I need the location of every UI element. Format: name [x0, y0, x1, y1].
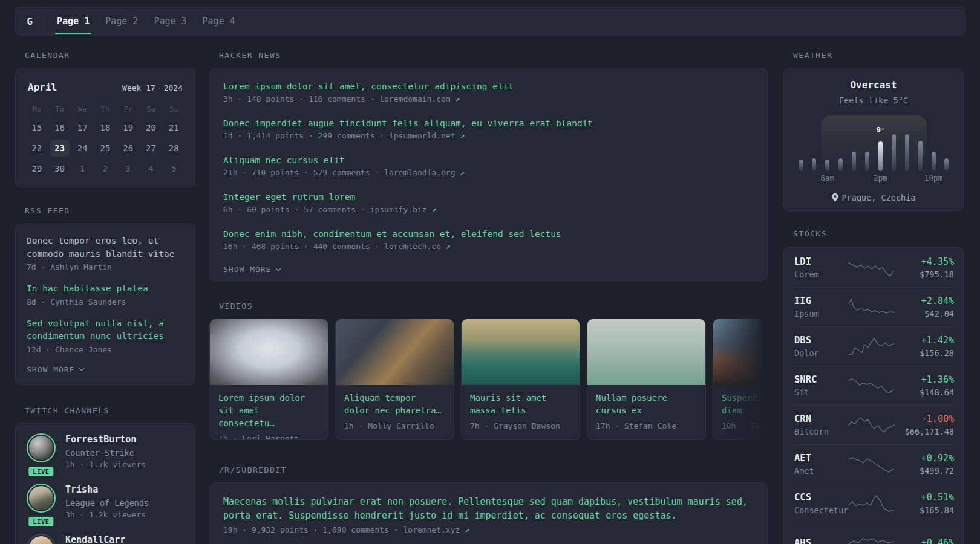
stock-row[interactable]: AETAmet+0.92%$499.72 [794, 444, 953, 484]
weather-time-labels: 6am2pm10pm [795, 173, 952, 184]
hn-item-meta: 16h · 468 points · 440 comments · loremt… [223, 241, 754, 252]
video-thumbnail [462, 319, 580, 385]
stock-name: Sit [794, 387, 848, 398]
dot-separator: · [157, 83, 162, 92]
rss-card: Donec tempor eros leo, ut commodo mauris… [15, 224, 195, 385]
show-more-button[interactable]: SHOW MORE [27, 365, 184, 374]
nav-tab-page-4[interactable]: Page 4 [203, 8, 235, 34]
avatar-wrapper: LIVE [27, 484, 56, 520]
twitch-channel[interactable]: LIVEForrestBurtonCounter-Strike1h · 1.7k… [27, 433, 184, 470]
video-meta: 1h · Lori Barnett [218, 434, 319, 440]
stock-price: $499.72 [896, 465, 954, 476]
stock-values: +0.46% [896, 537, 954, 544]
day-number: 21 [164, 119, 183, 136]
live-badge: LIVE [27, 515, 55, 528]
stock-row[interactable]: CCSConsectetur+0.51%$165.84 [794, 484, 953, 523]
stock-row[interactable]: AHS+0.46% [794, 523, 953, 544]
channel-name[interactable]: KendallCarr [65, 534, 125, 544]
time-label: 10pm [924, 173, 942, 183]
external-link-icon: ↗ [446, 242, 451, 251]
stock-sparkline [848, 297, 896, 317]
stock-change: +0.51% [896, 491, 954, 504]
nav-tab-page-2[interactable]: Page 2 [105, 8, 138, 34]
video-meta: 18h · Tara [722, 421, 768, 430]
navbar: G Page 1Page 2Page 3Page 4 [15, 7, 965, 35]
stock-symbol: IIG [794, 295, 848, 307]
rss-item-meta: 7d · Ashlyn Martin [27, 262, 184, 273]
video-card[interactable]: Suspendisse diam18h · Tara [713, 319, 768, 440]
stock-name: Bitcorn [794, 426, 848, 437]
stock-values: +4.35%$795.18 [896, 256, 954, 280]
show-more-button[interactable]: SHOW MORE [223, 265, 754, 274]
stock-price: $42.04 [896, 308, 954, 319]
avatar [27, 433, 56, 462]
stock-symbol: AET [794, 452, 848, 464]
stock-name: Consectetur [794, 505, 848, 516]
twitch-channel[interactable]: KendallCarr [27, 534, 184, 544]
video-title[interactable]: Mauris sit amet massa felis [470, 392, 571, 417]
video-thumbnail [210, 319, 328, 385]
day-number: 18 [96, 119, 115, 136]
stock-price: $795.18 [896, 269, 954, 280]
nav-tab-page-3[interactable]: Page 3 [154, 8, 186, 34]
day-number: 23 [50, 140, 70, 157]
stock-row[interactable]: IIGIpsum+2.84%$42.04 [794, 287, 953, 326]
day-number: 16 [50, 119, 70, 136]
weather-bar [812, 158, 816, 171]
video-card[interactable]: Nullam posuere cursus ex17h · Stefan Col… [587, 319, 706, 440]
stock-row[interactable]: SNRCSit+1.36%$148.64 [794, 366, 953, 405]
video-title[interactable]: Aliquam tempor dolor nec pharetra… [344, 392, 445, 417]
channel-name[interactable]: ForrestBurton [65, 433, 146, 445]
weekday-label: Tu [48, 102, 71, 117]
hn-item-title[interactable]: Donec enim nibh, condimentum et accumsan… [223, 228, 754, 241]
section-title-videos: VIDEOS [219, 302, 253, 312]
stock-id: IIGIpsum [794, 295, 848, 319]
location-pin-icon [832, 193, 838, 202]
reddit-post-title[interactable]: Maecenas mollis pulvinar erat non posuer… [223, 495, 754, 523]
weather-bar [799, 160, 803, 171]
stock-change: +0.92% [896, 452, 954, 464]
stock-values: +2.84%$42.04 [896, 295, 954, 319]
video-card[interactable]: Aliquam tempor dolor nec pharetra…1h · M… [335, 319, 454, 440]
stock-change: +2.84% [896, 295, 954, 307]
twitch-channel[interactable]: LIVETrishaLeague of Legends3h · 1.2k vie… [27, 484, 184, 520]
stock-row[interactable]: DBSDolor+1.42%$156.28 [794, 326, 953, 366]
video-card[interactable]: Lorem ipsum dolor sit amet consectetu…1h… [209, 319, 328, 440]
hn-item-title[interactable]: Integer eget rutrum lorem [223, 191, 754, 204]
day-number: 29 [27, 160, 47, 177]
day-number: 24 [73, 140, 92, 157]
video-title[interactable]: Suspendisse diam [722, 392, 768, 417]
rss-item: Donec tempor eros leo, ut commodo mauris… [27, 235, 184, 273]
hn-item-title[interactable]: Donec imperdiet augue tincidunt felis al… [223, 117, 754, 130]
hn-item-title[interactable]: Aliquam nec cursus elit [223, 154, 754, 167]
nav-tab-page-1[interactable]: Page 1 [57, 8, 90, 34]
channel-name[interactable]: Trisha [65, 484, 149, 496]
stock-sparkline [848, 258, 896, 277]
video-title[interactable]: Nullam posuere cursus ex [596, 392, 697, 417]
day-cell: 29 [25, 158, 48, 179]
live-badge: LIVE [27, 465, 55, 478]
hn-item-title[interactable]: Lorem ipsum dolor sit amet, consectetur … [223, 80, 754, 93]
weather-bar [918, 141, 923, 171]
weather-bar [865, 152, 869, 171]
rss-item-title[interactable]: Sed volutpat nulla nisl, a condimentum n… [27, 317, 184, 343]
hn-item: Lorem ipsum dolor sit amet, consectetur … [223, 80, 754, 105]
hn-item-meta: 3h · 148 points · 116 comments · loremdo… [223, 94, 754, 105]
stock-sparkline [848, 494, 896, 513]
stock-sparkline [848, 415, 896, 435]
stock-symbol: LDI [794, 256, 848, 268]
stock-values: +0.92%$499.72 [896, 452, 954, 476]
hn-item-meta: 6h · 60 points · 57 comments · ipsumify.… [223, 204, 754, 215]
stock-name: Lorem [794, 269, 848, 280]
external-link-icon: ↗ [456, 94, 460, 103]
video-card[interactable]: Mauris sit amet massa felis7h · Grayson … [461, 319, 580, 440]
rss-item-title[interactable]: Donec tempor eros leo, ut commodo mauris… [27, 235, 184, 261]
rss-item-title[interactable]: In hac habitasse platea [27, 282, 184, 296]
stock-row[interactable]: LDILorem+4.35%$795.18 [794, 248, 953, 287]
video-meta: 1h · Molly Carrillo [344, 421, 445, 430]
video-body: Aliquam tempor dolor nec pharetra…1h · M… [336, 385, 454, 430]
external-link-icon: ↗ [431, 205, 436, 214]
video-title[interactable]: Lorem ipsum dolor sit amet consectetu… [218, 392, 319, 430]
stock-row[interactable]: CRNBitcorn-1.00%$66,171.48 [794, 405, 953, 444]
channel-viewers: 3h · 1.2k viewers [65, 509, 149, 520]
